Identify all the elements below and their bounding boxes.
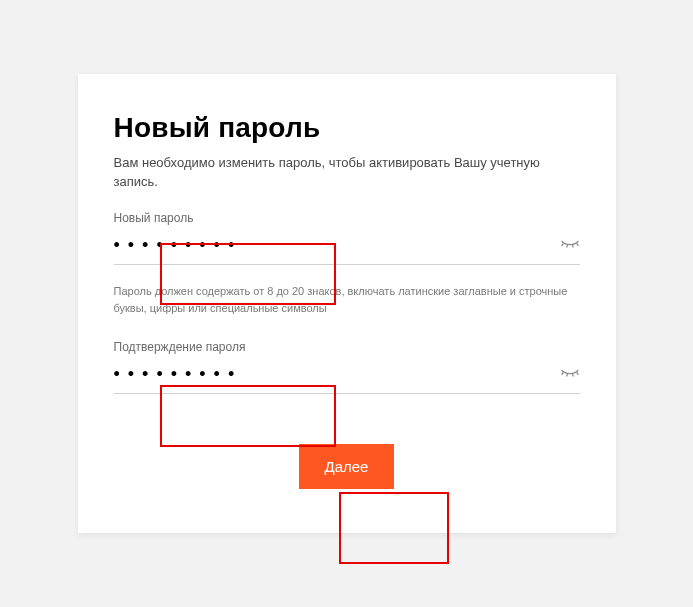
eye-closed-icon[interactable] bbox=[560, 238, 580, 252]
confirm-password-input[interactable] bbox=[114, 360, 552, 387]
svg-line-2 bbox=[572, 245, 573, 248]
confirm-password-label: Подтверждение пароля bbox=[114, 340, 580, 354]
password-hint: Пароль должен содержать от 8 до 20 знако… bbox=[114, 283, 580, 316]
new-password-label: Новый пароль bbox=[114, 211, 580, 225]
submit-button[interactable]: Далее bbox=[299, 444, 395, 489]
new-password-field-group: Новый пароль bbox=[114, 211, 580, 265]
new-password-input[interactable] bbox=[114, 231, 552, 258]
svg-line-6 bbox=[572, 374, 573, 377]
password-reset-card: Новый пароль Вам необходимо изменить пар… bbox=[78, 74, 616, 534]
eye-closed-icon[interactable] bbox=[560, 367, 580, 381]
page-subtitle: Вам необходимо изменить пароль, чтобы ак… bbox=[114, 154, 580, 192]
svg-line-3 bbox=[576, 243, 578, 246]
svg-line-4 bbox=[561, 372, 563, 375]
confirm-password-field-group: Подтверждение пароля bbox=[114, 340, 580, 394]
svg-line-1 bbox=[566, 245, 567, 248]
svg-line-5 bbox=[566, 374, 567, 377]
svg-line-7 bbox=[576, 372, 578, 375]
page-title: Новый пароль bbox=[114, 112, 580, 144]
svg-line-0 bbox=[561, 243, 563, 246]
